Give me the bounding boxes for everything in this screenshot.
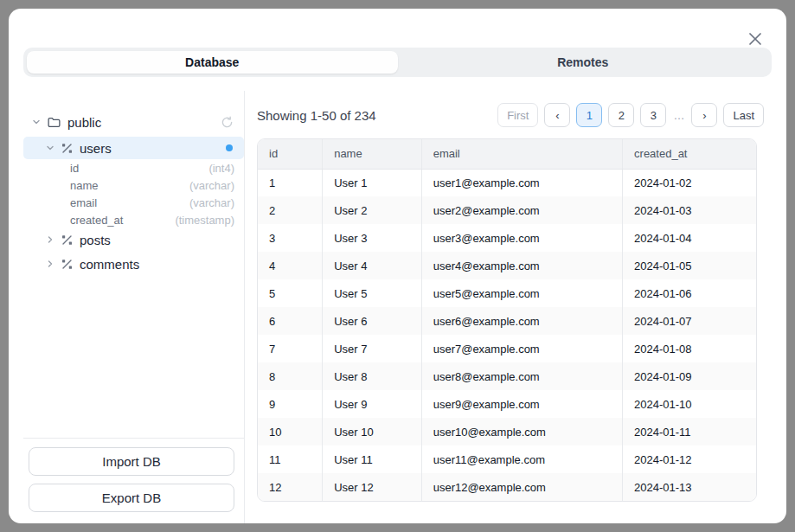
cell: 2024-01-06	[623, 279, 756, 307]
cell: user3@example.com	[421, 224, 622, 252]
close-icon	[747, 30, 764, 48]
cell: 12	[258, 473, 323, 501]
cell: 2024-01-10	[623, 390, 756, 418]
table-row[interactable]: 9User 9user9@example.com2024-01-10	[258, 390, 756, 418]
table-icon	[61, 142, 74, 155]
cell: user8@example.com	[421, 362, 622, 390]
row-count-status: Showing 1-50 of 234	[257, 108, 376, 123]
table-row[interactable]: 7User 7user7@example.com2024-01-08	[258, 335, 756, 362]
cell: User 12	[323, 473, 422, 501]
table-row[interactable]: 4User 4user4@example.com2024-01-05	[258, 252, 756, 279]
pagination-page-2-button[interactable]: 2	[608, 103, 634, 127]
cell: user7@example.com	[421, 335, 622, 362]
table-row[interactable]: 2User 2user2@example.com2024-01-03	[258, 196, 756, 224]
chevron-down-icon[interactable]	[45, 143, 55, 153]
tab-remotes[interactable]: Remotes	[398, 51, 769, 74]
cell: user9@example.com	[421, 390, 622, 418]
results-header: Showing 1-50 of 234 First‹123…›Last	[257, 103, 764, 127]
results-body: 1User 1user1@example.com2024-01-022User …	[258, 169, 756, 501]
column-name: name	[70, 179, 99, 192]
results-panel: Showing 1-50 of 234 First‹123…›Last idna…	[245, 91, 786, 523]
chevron-right-icon[interactable]	[45, 259, 55, 269]
tree-column-id: id (int4)	[23, 159, 244, 176]
cell: User 8	[323, 362, 422, 390]
tree-item-table-posts[interactable]: posts	[23, 228, 244, 251]
table-row[interactable]: 11User 11user11@example.com2024-01-12	[258, 445, 756, 473]
modal-content: public	[9, 91, 786, 523]
cell: User 2	[323, 196, 422, 224]
chevron-down-icon[interactable]	[31, 117, 42, 127]
tree-item-schema-public[interactable]: public	[23, 112, 244, 132]
refresh-icon	[221, 116, 234, 129]
cell: user10@example.com	[421, 418, 622, 445]
close-button[interactable]	[746, 29, 765, 48]
cell: User 4	[323, 252, 422, 279]
tree-column-created-at: created_at (timestamp)	[23, 211, 244, 228]
column-header-email: email	[421, 139, 622, 169]
refresh-schema-button[interactable]	[221, 116, 234, 129]
cell: 2024-01-12	[623, 445, 756, 473]
cell: 1	[258, 169, 323, 196]
import-db-button[interactable]: Import DB	[29, 447, 234, 476]
table-row[interactable]: 3User 3user3@example.com2024-01-04	[258, 224, 756, 252]
sidebar-footer: Import DB Export DB	[23, 438, 244, 523]
cell: 2024-01-07	[623, 307, 756, 335]
tree-item-table-users[interactable]: users	[23, 137, 244, 159]
table-label: comments	[80, 257, 139, 272]
tree-item-table-comments[interactable]: comments	[23, 253, 244, 275]
table-icon	[61, 258, 74, 271]
column-type: (varchar)	[189, 196, 234, 209]
column-header-created_at: created_at	[623, 139, 756, 169]
results-header-row: idnameemailcreated_at	[258, 139, 756, 169]
table-row[interactable]: 8User 8user8@example.com2024-01-09	[258, 362, 756, 390]
cell: user1@example.com	[421, 169, 622, 196]
table-row[interactable]: 10User 10user10@example.com2024-01-11	[258, 418, 756, 445]
cell: user2@example.com	[421, 196, 622, 224]
cell: user4@example.com	[421, 252, 622, 279]
cell: 5	[258, 279, 323, 307]
cell: 2024-01-09	[623, 362, 756, 390]
pagination-ellipsis: …	[672, 109, 685, 122]
cell: 7	[258, 335, 323, 362]
tree-column-email: email (varchar)	[23, 194, 244, 211]
chevron-right-icon[interactable]	[45, 234, 55, 245]
column-type: (varchar)	[189, 179, 234, 192]
schema-label: public	[67, 115, 101, 130]
table-row[interactable]: 5User 5user5@example.com2024-01-06	[258, 279, 756, 307]
cell: User 10	[323, 418, 422, 445]
table-row[interactable]: 1User 1user1@example.com2024-01-02	[258, 169, 756, 196]
cell: 2	[258, 196, 323, 224]
pagination-next-button[interactable]: ›	[691, 103, 717, 127]
column-name: id	[70, 162, 79, 175]
cell: user5@example.com	[421, 279, 622, 307]
pagination-last-button[interactable]: Last	[723, 103, 764, 127]
pagination-first-button[interactable]: First	[497, 103, 538, 127]
export-db-button[interactable]: Export DB	[29, 484, 234, 512]
cell: 2024-01-08	[623, 335, 756, 362]
cell: 6	[258, 307, 323, 335]
pagination-page-1-button[interactable]: 1	[576, 103, 602, 127]
folder-icon	[47, 115, 61, 130]
cell: User 7	[323, 335, 422, 362]
pagination-page-3-button[interactable]: 3	[640, 103, 666, 127]
table-row[interactable]: 12User 12user12@example.com2024-01-13	[258, 473, 756, 501]
cell: User 1	[323, 169, 422, 196]
table-row[interactable]: 6User 6user6@example.com2024-01-07	[258, 307, 756, 335]
cell: User 3	[323, 224, 422, 252]
column-name: email	[70, 196, 97, 209]
cell: User 11	[323, 445, 422, 473]
database-modal: Database Remotes public	[9, 9, 786, 523]
cell: 2024-01-11	[623, 418, 756, 445]
cell: 2024-01-04	[623, 224, 756, 252]
column-type: (int4)	[208, 162, 234, 175]
cell: 4	[258, 252, 323, 279]
selected-indicator-dot	[226, 144, 233, 151]
column-header-name: name	[323, 139, 422, 169]
cell: User 5	[323, 279, 422, 307]
cell: 2024-01-13	[623, 473, 756, 501]
pagination-prev-button[interactable]: ‹	[544, 103, 570, 127]
column-type: (timestamp)	[175, 214, 234, 227]
table-label: users	[80, 141, 112, 156]
schema-sidebar: public	[9, 91, 245, 523]
tab-database[interactable]: Database	[27, 51, 398, 74]
